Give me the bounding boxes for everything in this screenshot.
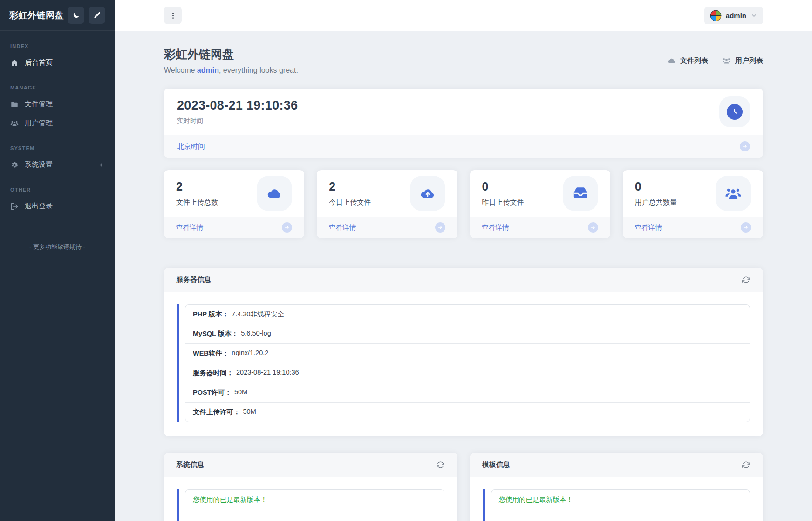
page-title-block: 彩虹外链网盘 Welcome admin, everything looks g…	[164, 47, 298, 75]
theme-brush-button[interactable]	[89, 7, 105, 24]
view-details-link[interactable]: 查看详情	[329, 223, 356, 232]
kebab-icon	[169, 11, 177, 20]
cloud-upload-icon	[420, 185, 436, 201]
stat-card-yesterday-files: 0 昨日上传文件 查看详情	[470, 170, 610, 238]
system-card-header: 系统信息	[164, 453, 457, 477]
arrow-right-icon[interactable]	[282, 222, 292, 233]
list-item: PHP 版本： 7.4.30非线程安全	[185, 305, 750, 324]
brand-title: 彩虹外链网盘	[9, 9, 64, 21]
clock-text-block: 2023-08-21 19:10:36 实时时间	[177, 98, 298, 125]
file-list-link[interactable]: 文件列表	[667, 56, 708, 65]
sidebar-header: 彩虹外链网盘	[0, 0, 115, 31]
refresh-button[interactable]	[741, 275, 751, 285]
info-label: WEB软件：	[193, 349, 229, 358]
stat-body: 2 文件上传总数	[164, 170, 304, 217]
arrow-glyph	[743, 225, 749, 230]
file-list-label: 文件列表	[680, 56, 708, 65]
view-details-link[interactable]: 查看详情	[176, 223, 203, 232]
arrow-right-icon[interactable]	[741, 222, 751, 233]
user-menu-button[interactable]: admin	[704, 7, 763, 24]
sidebar-item-files[interactable]: 文件管理	[0, 95, 115, 114]
sidebar-item-logout[interactable]: 退出登录	[0, 197, 115, 216]
refresh-icon	[742, 276, 750, 284]
accent-bar-wrap: 您使用的已是最新版本！	[177, 489, 444, 521]
list-item: POST许可： 50M	[185, 383, 750, 402]
topbar: admin	[115, 0, 812, 31]
stat-label: 用户总共数量	[635, 198, 677, 207]
stat-icon-badge	[716, 176, 751, 211]
template-card-title: 模板信息	[482, 460, 510, 469]
refresh-button[interactable]	[741, 460, 751, 470]
main-area: admin 彩虹外链网盘 Welcome admin, everything l…	[115, 0, 812, 521]
view-details-link[interactable]: 查看详情	[635, 223, 662, 232]
clock-icon-badge	[719, 96, 750, 127]
clock-card-body: 2023-08-21 19:10:36 实时时间	[164, 89, 763, 135]
server-card-title: 服务器信息	[176, 275, 211, 284]
stat-value: 0	[635, 180, 677, 193]
user-list-link[interactable]: 用户列表	[722, 56, 763, 65]
logout-icon	[10, 202, 19, 211]
sidebar-footnote: - 更多功能敬请期待 -	[0, 243, 115, 251]
refresh-button[interactable]	[436, 460, 445, 470]
inbox-icon	[573, 185, 588, 201]
chevron-down-icon	[751, 12, 757, 19]
users-icon	[722, 56, 731, 65]
info-label: POST许可：	[193, 388, 232, 397]
user-list-label: 用户列表	[735, 56, 763, 65]
sidebar-item-label: 文件管理	[25, 100, 53, 109]
stat-footer: 查看详情	[623, 217, 763, 238]
arrow-right-icon[interactable]	[588, 222, 598, 233]
arrow-right-icon[interactable]	[740, 141, 750, 151]
sidebar-item-dashboard[interactable]: 后台首页	[0, 53, 115, 72]
clock-card: 2023-08-21 19:10:36 实时时间 北京时间	[164, 89, 763, 158]
stat-footer: 查看详情	[470, 217, 610, 238]
info-value: 50M	[243, 408, 256, 417]
clock-icon-circle	[727, 104, 743, 120]
folder-icon	[10, 100, 19, 109]
template-info-card: 模板信息 您使用的已是最新版本！	[470, 453, 764, 521]
stat-value: 2	[329, 180, 371, 193]
gear-icon	[10, 161, 19, 169]
server-card-header: 服务器信息	[164, 268, 763, 292]
stat-icon-badge	[563, 176, 598, 211]
sidebar-item-users[interactable]: 用户管理	[0, 114, 115, 133]
brush-icon	[93, 11, 101, 19]
info-value: nginx/1.20.2	[232, 349, 268, 358]
dark-mode-button[interactable]	[68, 7, 84, 24]
view-details-link[interactable]: 查看详情	[482, 223, 509, 232]
stat-text: 2 今日上传文件	[329, 180, 371, 207]
cloud-icon	[266, 185, 282, 201]
avatar	[710, 10, 722, 21]
user-name: admin	[726, 12, 746, 20]
list-item: 服务器时间： 2023-08-21 19:10:36	[185, 363, 750, 383]
server-info-list: PHP 版本： 7.4.30非线程安全 MySQL 版本： 5.6.50-log…	[185, 304, 750, 422]
list-item: 文件上传许可： 50M	[185, 402, 750, 422]
stat-text: 0 用户总共数量	[635, 180, 677, 207]
system-card-title: 系统信息	[176, 460, 204, 469]
refresh-icon	[437, 461, 444, 469]
info-value: 5.6.50-log	[241, 329, 271, 338]
realtime-clock: 2023-08-21 19:10:36	[177, 98, 298, 113]
template-card-body: 您使用的已是最新版本！	[470, 477, 764, 521]
welcome-suffix: , everything looks great.	[219, 66, 298, 74]
arrow-glyph	[284, 225, 290, 230]
stat-label: 今日上传文件	[329, 198, 371, 207]
info-label: 文件上传许可：	[193, 408, 240, 417]
welcome-admin-link[interactable]: admin	[197, 66, 219, 74]
page-content: 彩虹外链网盘 Welcome admin, everything looks g…	[115, 31, 812, 521]
arrow-glyph	[590, 225, 596, 230]
arrow-right-icon[interactable]	[435, 222, 445, 233]
info-label: MySQL 版本：	[193, 329, 238, 338]
arrow-glyph	[742, 144, 748, 149]
sidebar-section-other: OTHER	[0, 174, 115, 197]
stat-card-today-files: 2 今日上传文件 查看详情	[317, 170, 457, 238]
stat-icon-badge	[410, 176, 445, 211]
beijing-time-link[interactable]: 北京时间	[177, 142, 205, 151]
sidebar-item-settings[interactable]: 系统设置	[0, 155, 115, 174]
stat-value: 0	[482, 180, 524, 193]
stat-text: 0 昨日上传文件	[482, 180, 524, 207]
clock-icon	[730, 107, 739, 117]
page-title: 彩虹外链网盘	[164, 47, 298, 62]
sidebar-toggle-button[interactable]	[164, 7, 182, 24]
list-item: MySQL 版本： 5.6.50-log	[185, 324, 750, 343]
